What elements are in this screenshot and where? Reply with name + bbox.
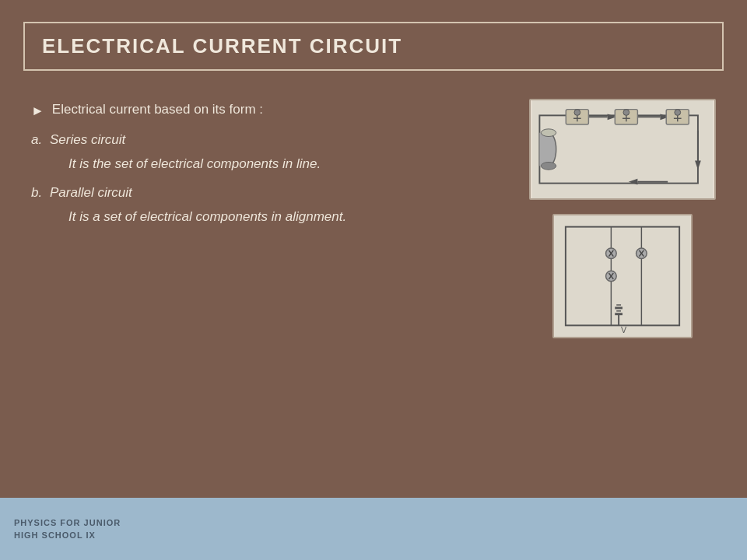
bullet-arrow-icon: ► — [31, 100, 44, 123]
svg-point-21 — [675, 110, 681, 116]
item-a-title: Series circuit — [50, 129, 125, 152]
item-b-row: b. Parallel circuit — [31, 182, 514, 205]
parallel-circuit-svg: V — [554, 215, 691, 337]
footer-line2: HIGH SCHOOL IX — [14, 529, 157, 542]
item-a-label: a. — [31, 129, 50, 152]
svg-point-4 — [541, 129, 556, 137]
slide: ELECTRICAL CURRENT CIRCUIT ► Electrical … — [0, 0, 747, 560]
title-box: ELECTRICAL CURRENT CIRCUIT — [23, 22, 724, 71]
content-area: ► Electrical current based on its form :… — [0, 71, 747, 338]
footer-line1: PHYSICS FOR JUNIOR — [14, 516, 157, 530]
series-circuit-diagram — [529, 99, 716, 200]
item-a-desc: It is the set of electrical components i… — [68, 153, 514, 176]
parallel-circuit-diagram: V — [552, 214, 693, 338]
item-b-title: Parallel circuit — [50, 182, 132, 205]
svg-point-5 — [541, 162, 556, 170]
svg-rect-26 — [554, 215, 691, 337]
footer-blue-bar — [171, 498, 747, 560]
bullet1-text: Electrical current based on its form : — [52, 99, 263, 121]
svg-rect-3 — [539, 133, 549, 166]
footer-text-box: PHYSICS FOR JUNIOR HIGH SCHOOL IX — [0, 498, 171, 560]
svg-text:V: V — [621, 325, 627, 334]
slide-title: ELECTRICAL CURRENT CIRCUIT — [42, 34, 402, 58]
series-circuit-svg — [531, 100, 714, 198]
svg-point-15 — [574, 110, 580, 116]
bullet-item-1: ► Electrical current based on its form : — [31, 99, 514, 123]
item-b-desc: It is a set of electrical components in … — [68, 206, 514, 229]
text-section: ► Electrical current based on its form :… — [31, 99, 514, 338]
spacer — [0, 338, 747, 498]
diagrams-section: V — [529, 99, 716, 338]
svg-point-18 — [623, 110, 630, 116]
footer: PHYSICS FOR JUNIOR HIGH SCHOOL IX — [0, 498, 747, 560]
item-b-label: b. — [31, 182, 50, 205]
item-a-row: a. Series circuit — [31, 129, 514, 152]
